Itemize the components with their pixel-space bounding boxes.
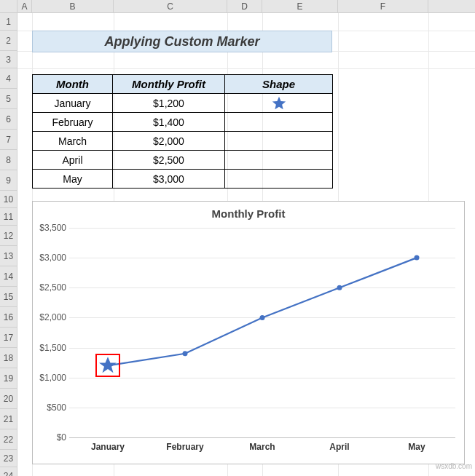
col-header-D[interactable]: D [227, 0, 262, 12]
xtick: May [408, 442, 425, 452]
row-header[interactable]: 19 [0, 368, 17, 389]
chart-plot-area[interactable]: $3,500 $3,000 $2,500 $2,000 $1,500 $1,00… [69, 228, 455, 437]
table-row: May $3,000 [33, 170, 333, 189]
page-title[interactable]: Applying Custom Marker [32, 31, 332, 52]
data-marker [337, 285, 342, 290]
col-header-E[interactable]: E [262, 0, 338, 12]
row-header[interactable]: 10 [0, 191, 17, 208]
data-marker [183, 351, 188, 356]
column-header-row: A B C D E F [0, 0, 475, 13]
cell-month[interactable]: May [33, 170, 113, 189]
chart-title: Monthly Profit [33, 207, 464, 220]
xtick: February [166, 442, 203, 452]
table-row: February $1,400 [33, 113, 333, 132]
row-header[interactable]: 20 [0, 389, 17, 409]
table-row: March $2,000 [33, 132, 333, 151]
row-header[interactable]: 18 [0, 348, 17, 368]
ytick: $2,500 [33, 282, 66, 293]
th-month[interactable]: Month [33, 75, 113, 94]
row-header[interactable]: 8 [0, 150, 17, 170]
ytick: $2,000 [33, 312, 66, 322]
ytick: $0 [33, 432, 66, 443]
select-all-corner[interactable] [0, 0, 17, 12]
cell-shape[interactable] [225, 151, 333, 170]
series-line [108, 258, 417, 365]
row-header[interactable]: 12 [0, 226, 17, 246]
cell-shape[interactable] [225, 94, 333, 113]
row-header[interactable]: 4 [0, 68, 17, 89]
ytick: $1,500 [33, 343, 66, 353]
row-header[interactable]: 1 [0, 13, 17, 31]
watermark: wsxdb.com [436, 462, 472, 470]
row-header[interactable]: 2 [0, 31, 17, 51]
cell-profit[interactable]: $3,000 [113, 170, 225, 189]
cell-shape[interactable] [225, 170, 333, 189]
th-profit[interactable]: Monthly Profit [113, 75, 225, 94]
row-header[interactable]: 16 [0, 307, 17, 328]
row-header[interactable]: 5 [0, 89, 17, 109]
cell-profit[interactable]: $2,500 [113, 151, 225, 170]
row-header[interactable]: 17 [0, 328, 17, 348]
cell-month[interactable]: January [33, 94, 113, 113]
grid-area[interactable]: Applying Custom Marker Month Monthly Pro… [17, 13, 475, 476]
row-header[interactable]: 6 [0, 109, 17, 130]
row-header[interactable]: 23 [0, 450, 17, 467]
cell-month[interactable]: March [33, 132, 113, 151]
cell-month[interactable]: April [33, 151, 113, 170]
data-marker [415, 255, 420, 261]
xtick: March [249, 442, 275, 452]
ytick: $3,000 [33, 253, 66, 263]
row-header[interactable]: 21 [0, 409, 17, 429]
ytick: $1,000 [33, 373, 66, 383]
chart-series[interactable] [69, 228, 455, 437]
data-marker [260, 315, 265, 320]
star-icon [271, 95, 287, 111]
ytick: $3,500 [33, 223, 66, 233]
row-header[interactable]: 14 [0, 266, 17, 287]
cell-shape[interactable] [225, 113, 333, 132]
row-header[interactable]: 13 [0, 246, 17, 266]
table-header-row: Month Monthly Profit Shape [33, 75, 333, 94]
col-header-B[interactable]: B [32, 0, 114, 12]
page-title-text: Applying Custom Marker [104, 34, 259, 49]
spreadsheet: A B C D E F 1 2 3 4 5 6 7 8 9 10 11 12 1… [0, 0, 475, 476]
cell-month[interactable]: February [33, 113, 113, 132]
svg-marker-0 [272, 96, 285, 108]
col-header-F[interactable]: F [338, 0, 428, 12]
th-shape[interactable]: Shape [225, 75, 333, 94]
col-header-C[interactable]: C [114, 0, 227, 12]
row-header[interactable]: 11 [0, 208, 17, 226]
xtick: April [329, 442, 349, 452]
data-table: Month Monthly Profit Shape January $1,20… [32, 74, 333, 189]
col-header-A[interactable]: A [17, 0, 32, 12]
cell-shape[interactable] [225, 132, 333, 151]
row-header[interactable]: 7 [0, 130, 17, 150]
row-header-column: 1 2 3 4 5 6 7 8 9 10 11 12 13 14 15 16 1… [0, 13, 17, 476]
chart[interactable]: Monthly Profit $3,500 $3,000 $2,500 $2,0… [32, 201, 465, 464]
row-header[interactable]: 15 [0, 287, 17, 307]
row-header[interactable]: 9 [0, 170, 17, 191]
cell-profit[interactable]: $2,000 [113, 132, 225, 151]
row-header[interactable]: 3 [0, 51, 17, 68]
xtick: January [91, 442, 125, 452]
ytick: $500 [33, 402, 66, 413]
row-header[interactable]: 24 [0, 467, 17, 476]
cell-profit[interactable]: $1,400 [113, 113, 225, 132]
table-row: January $1,200 [33, 94, 333, 113]
row-header[interactable]: 22 [0, 429, 17, 450]
table-row: April $2,500 [33, 151, 333, 170]
cell-profit[interactable]: $1,200 [113, 94, 225, 113]
